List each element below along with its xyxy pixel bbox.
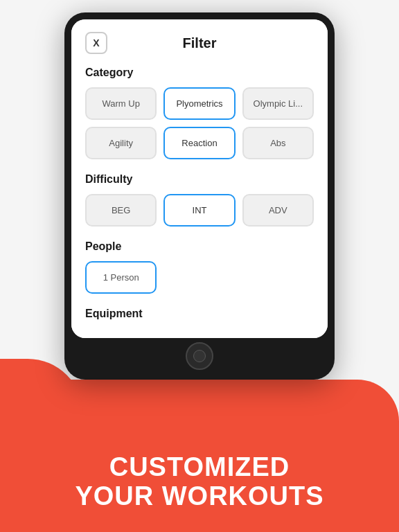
bottom-text-area: CUSTOMIZED YOUR WORKOUTS [0,453,399,511]
people-label: People [85,240,314,253]
equipment-section: Equipment [85,308,314,320]
people-row: 1 Person [85,261,314,294]
difficulty-section: Difficulty BEG INT ADV [85,173,314,227]
close-button[interactable]: X [85,32,107,54]
people-section: People 1 Person [85,240,314,294]
category-btn-reaction[interactable]: Reaction [163,127,235,159]
promo-line1: CUSTOMIZED [109,452,290,481]
people-btn-1[interactable]: 1 Person [85,261,157,294]
category-btn-olympic[interactable]: Olympic Li... [242,87,314,120]
modal-header: X Filter [85,32,314,54]
difficulty-label: Difficulty [85,173,314,186]
promo-line2: YOUR WORKOUTS [75,481,323,511]
category-btn-plyometrics[interactable]: Plyometrics [163,87,235,120]
category-label: Category [85,66,314,79]
difficulty-btn-adv[interactable]: ADV [242,194,314,227]
category-section: Category Warm Up Plyometrics Olympic Li.… [85,66,314,159]
difficulty-btn-beg[interactable]: BEG [85,194,157,227]
category-btn-abs[interactable]: Abs [242,127,314,159]
category-btn-agility[interactable]: Agility [85,127,157,159]
filter-modal: X Filter Category Warm Up Plyometrics Ol… [71,19,328,338]
category-btn-warm-up[interactable]: Warm Up [85,87,157,120]
difficulty-btn-int[interactable]: INT [163,194,235,227]
home-button[interactable] [186,342,213,370]
difficulty-row: BEG INT ADV [85,194,314,227]
tablet-device: X Filter Category Warm Up Plyometrics Ol… [64,12,335,380]
tablet-screen: X Filter Category Warm Up Plyometrics Ol… [71,19,328,338]
category-grid: Warm Up Plyometrics Olympic Li... Agilit… [85,87,314,159]
home-button-inner [193,350,206,362]
equipment-label: Equipment [85,308,314,320]
modal-title: Filter [183,35,217,51]
